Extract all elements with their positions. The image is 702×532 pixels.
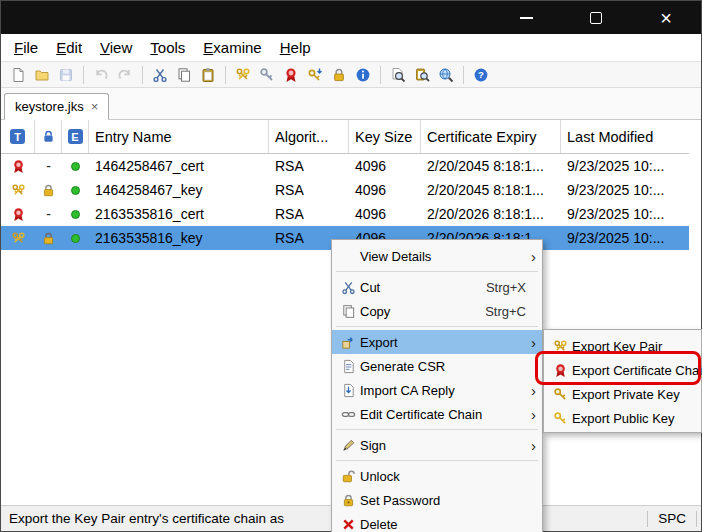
menu-item-export-public-key[interactable]: Export Public Key (544, 406, 701, 430)
import-key-pair-button[interactable] (304, 64, 326, 86)
properties-button[interactable] (352, 64, 374, 86)
column-header-expiry-status[interactable]: E (62, 120, 89, 153)
menu-item-cut[interactable]: Cut Strg+X (332, 275, 542, 299)
lock-status-value: - (46, 206, 51, 222)
import-key-icon (307, 67, 323, 83)
column-header-lock-status[interactable] (35, 120, 62, 153)
svg-text:?: ? (478, 69, 484, 80)
submenu-arrow-icon: › (526, 249, 536, 264)
tab-strip: keystore.jks × (1, 88, 701, 120)
globe-search-icon (438, 67, 454, 83)
examine-ssl-button[interactable] (435, 64, 457, 86)
tab-keystore-jks[interactable]: keystore.jks × (4, 93, 109, 120)
menu-item-view-details[interactable]: View Details › (332, 244, 542, 268)
column-header-type[interactable]: T (1, 120, 35, 153)
generate-secret-key-button[interactable] (256, 64, 278, 86)
entry-context-menu: View Details › Cut Strg+X Copy Strg+C Ex… (331, 239, 543, 532)
table-row[interactable]: - 2163535816_cert RSA 4096 2/20/2026 8:1… (1, 202, 689, 226)
open-keystore-button[interactable] (31, 64, 53, 86)
password-lock-icon (331, 67, 347, 83)
cut-scissors-icon (341, 280, 356, 295)
key-pair-icon (11, 231, 26, 246)
copy-button[interactable] (173, 64, 195, 86)
menu-item-export-certificate-chain[interactable]: Export Certificate Chain (544, 358, 701, 382)
cut-scissors-icon (152, 67, 168, 83)
menu-item-copy[interactable]: Copy Strg+C (332, 299, 542, 323)
import-trusted-certificate-button[interactable] (280, 64, 302, 86)
help-button[interactable]: ? (470, 64, 492, 86)
table-row[interactable]: 1464258467_key RSA 4096 2/20/2045 8:18:1… (1, 178, 689, 202)
menu-edit[interactable]: Edit (47, 36, 91, 59)
set-password-button[interactable] (328, 64, 350, 86)
close-button[interactable]: × (631, 1, 701, 34)
menu-item-export[interactable]: Export › (332, 330, 542, 354)
menu-tools[interactable]: Tools (141, 36, 194, 59)
locked-icon (41, 231, 56, 246)
menu-item-delete[interactable]: Delete (332, 512, 542, 532)
close-icon: × (660, 8, 672, 28)
menu-item-sign[interactable]: Sign › (332, 433, 542, 457)
menu-view[interactable]: View (91, 36, 141, 59)
type-column-icon: T (10, 129, 25, 144)
menu-item-generate-csr[interactable]: Generate CSR (332, 354, 542, 378)
redo-button[interactable] (114, 64, 136, 86)
certificate-expiry-cell: 2/20/2045 8:18:1... (421, 182, 561, 198)
csr-document-icon (341, 359, 356, 374)
statusbar-right-panel: SPC (647, 511, 697, 527)
column-header-last-modified[interactable]: Last Modified (561, 120, 689, 153)
menu-file[interactable]: File (5, 36, 47, 59)
new-keystore-button[interactable] (7, 64, 29, 86)
trusted-certificate-icon (11, 159, 26, 174)
certificate-expiry-cell: 2/20/2026 8:18:1... (421, 206, 561, 222)
set-password-icon (341, 493, 356, 508)
save-disk-icon (58, 67, 74, 83)
tab-close-icon[interactable]: × (91, 99, 99, 114)
column-header-key-size[interactable]: Key Size (349, 120, 421, 153)
submenu-arrow-icon: › (526, 438, 536, 453)
save-keystore-button[interactable] (55, 64, 77, 86)
minimize-button[interactable] (491, 1, 561, 34)
certificate-chain-icon (341, 407, 356, 422)
cut-button[interactable] (149, 64, 171, 86)
last-modified-cell: 9/23/2025 10:... (561, 230, 689, 246)
menu-item-label: Cut (360, 280, 486, 295)
submenu-arrow-icon: › (526, 383, 536, 398)
examine-clipboard-button[interactable] (411, 64, 433, 86)
entry-name-cell: 2163535816_cert (89, 206, 269, 222)
column-header-certificate-expiry[interactable]: Certificate Expiry (421, 120, 561, 153)
generate-key-pair-button[interactable] (232, 64, 254, 86)
menu-item-export-key-pair[interactable]: Export Key Pair (544, 334, 701, 358)
submenu-arrow-icon: › (526, 407, 536, 422)
menu-item-import-ca-reply[interactable]: Import CA Reply › (332, 378, 542, 402)
menu-help[interactable]: Help (271, 36, 320, 59)
menu-item-label: Export Certificate Chain (572, 363, 702, 378)
statusbar-right-text: SPC (658, 511, 686, 526)
menu-item-label: Export (360, 335, 526, 350)
export-icon (341, 335, 356, 350)
table-row[interactable]: - 1464258467_cert RSA 4096 2/20/2045 8:1… (1, 154, 689, 178)
menu-item-label: Generate CSR (360, 359, 536, 374)
examine-file-button[interactable] (387, 64, 409, 86)
menu-item-set-password[interactable]: Set Password (332, 488, 542, 512)
menu-item-export-private-key[interactable]: Export Private Key (544, 382, 701, 406)
maximize-button[interactable] (561, 1, 631, 34)
menu-item-label: View Details (360, 249, 526, 264)
public-key-icon (553, 411, 568, 426)
menu-item-unlock[interactable]: Unlock (332, 464, 542, 488)
menu-item-edit-certificate-chain[interactable]: Edit Certificate Chain › (332, 402, 542, 426)
column-header-entry-name[interactable]: Entry Name (89, 120, 269, 153)
paste-button[interactable] (197, 64, 219, 86)
certificate-icon (553, 363, 568, 378)
copy-pages-icon (341, 304, 356, 319)
last-modified-cell: 9/23/2025 10:... (561, 206, 689, 222)
export-submenu: Export Key Pair Export Certificate Chain… (543, 329, 702, 433)
key-pair-icon (11, 183, 26, 198)
column-header-algorithm[interactable]: Algorit... (269, 120, 349, 153)
toolbar-separator (463, 66, 464, 84)
sign-pen-icon (341, 438, 356, 453)
new-document-icon (10, 67, 26, 83)
expiry-column-icon: E (68, 129, 83, 144)
undo-button[interactable] (90, 64, 112, 86)
menu-examine[interactable]: Examine (194, 36, 270, 59)
menu-item-label: Set Password (360, 493, 536, 508)
